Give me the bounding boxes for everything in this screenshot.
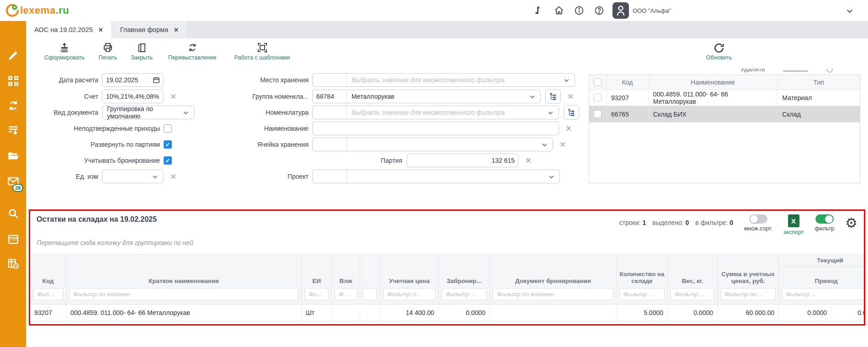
col-vlj[interactable]: Влж	[332, 255, 360, 304]
filter-toggle[interactable]	[815, 214, 834, 224]
storage-chevron-icon[interactable]	[563, 77, 570, 84]
nomenclature-group-clear-icon[interactable]: ✕	[567, 93, 574, 101]
select-all-checkbox[interactable]	[594, 78, 602, 86]
col-code[interactable]: Код	[30, 255, 66, 304]
col-price[interactable]: Учетная цена	[380, 255, 439, 304]
project-combo[interactable]	[312, 170, 560, 183]
col-name-header[interactable]: Наименование	[649, 75, 777, 89]
stock-table-row[interactable]: 93207 000.4859. 011.000- 64- 66 Металлор…	[30, 304, 864, 321]
filter-reserve-doc[interactable]	[493, 288, 613, 300]
user-avatar[interactable]	[612, 2, 629, 19]
lexema-logo[interactable]: lexema.ru	[5, 4, 69, 17]
nomenclature-group-code[interactable]: 68784	[313, 90, 347, 103]
filter-ei[interactable]	[304, 288, 329, 300]
col-code-header[interactable]: Код	[607, 75, 649, 89]
row2-checkbox[interactable]	[594, 110, 602, 118]
filter-sum[interactable]	[720, 288, 776, 300]
storage-cell-chevron-icon[interactable]	[541, 141, 548, 148]
reissue-button[interactable]: Перевыставление	[161, 38, 223, 64]
grid-settings-gear-icon[interactable]: ⚙	[845, 216, 857, 230]
nomenclature-group-tree-button[interactable]	[545, 89, 561, 104]
col-reserve-doc[interactable]: Документ бронирования	[490, 255, 617, 304]
storage-cell-combo[interactable]	[312, 138, 553, 151]
group-current-label[interactable]: Текущий	[779, 255, 864, 267]
col-reserved[interactable]: Забронир...	[439, 255, 490, 304]
calendar-field-icon[interactable]	[153, 76, 160, 84]
col-income[interactable]: Приход	[779, 267, 864, 304]
filter-control[interactable]: фильтр	[815, 214, 834, 232]
filter-reserved[interactable]	[442, 288, 487, 300]
col-weight[interactable]: Вес, кг.	[668, 255, 718, 304]
generate-button[interactable]: Сформировать	[39, 38, 90, 64]
refresh-button[interactable]: Обновить	[702, 38, 736, 64]
selection-row-1[interactable]: 93207 000.4859. 011.000- 64- 66 Металлор…	[589, 90, 860, 106]
filter-code[interactable]	[33, 288, 63, 300]
doc-type-select[interactable]: Группировка по умолчанию	[102, 106, 194, 119]
tab-aoc-close-icon[interactable]: ✕	[98, 27, 103, 33]
tab-main-form-close-icon[interactable]: ✕	[174, 27, 179, 33]
templates-button[interactable]: Работа с шаблонами	[227, 38, 298, 64]
name-input[interactable]	[312, 122, 559, 135]
excel-export-icon[interactable]: X	[788, 214, 799, 227]
import-icon[interactable]	[7, 124, 19, 136]
process-icon[interactable]	[533, 5, 543, 16]
nomenclature-group-combo[interactable]: 68784 Металлорукав	[312, 90, 541, 103]
filter-weight[interactable]	[671, 288, 714, 300]
clipped-delete-label[interactable]: Удалить	[740, 69, 765, 73]
account-input[interactable]	[102, 90, 164, 103]
nomenclature-group-chevron-icon[interactable]	[529, 93, 536, 100]
unconfirmed-checkbox[interactable]	[164, 124, 172, 133]
help-icon[interactable]	[594, 5, 604, 16]
account-clear-icon[interactable]: ✕	[170, 93, 176, 101]
col-qty[interactable]: Количество на складе	[617, 255, 668, 304]
print-button[interactable]: Печать	[94, 38, 122, 64]
col-extra[interactable]	[360, 255, 380, 304]
tab-main-form[interactable]: Главная форма ✕	[112, 21, 187, 38]
col-short-name[interactable]: Краткое наименование	[66, 255, 302, 304]
storage-cell-code-subfield[interactable]	[313, 138, 347, 151]
unit-select[interactable]	[102, 170, 164, 183]
filter-vlj[interactable]	[335, 288, 357, 300]
info-icon[interactable]	[574, 5, 584, 16]
nomenclature-code-subfield[interactable]	[313, 106, 347, 119]
home-icon[interactable]	[554, 5, 564, 16]
nomenclature-tree-button[interactable]	[564, 105, 579, 120]
col-sum[interactable]: Сумма в учетных ценах, руб.	[718, 255, 779, 304]
batch-input[interactable]	[407, 154, 519, 167]
name-clear-icon[interactable]: ✕	[565, 125, 572, 133]
multisort-toggle[interactable]	[749, 214, 767, 224]
filter-income[interactable]	[782, 288, 864, 300]
row1-checkbox[interactable]	[594, 94, 602, 101]
header-chevron-down-icon[interactable]	[846, 7, 854, 15]
batch-clear-icon[interactable]: ✕	[525, 157, 532, 165]
export-control[interactable]: X экспорт	[783, 214, 804, 235]
folder-icon[interactable]	[7, 150, 19, 162]
col-ei[interactable]: ЕИ	[302, 255, 332, 304]
storage-code-subfield[interactable]	[313, 74, 347, 86]
filter-price[interactable]	[383, 288, 436, 300]
project-code-subfield[interactable]	[313, 170, 347, 183]
close-door-icon	[136, 42, 147, 53]
project-chevron-icon[interactable]	[548, 173, 555, 180]
search-icon[interactable]	[7, 208, 19, 219]
storage-cell-clear-icon[interactable]: ✕	[559, 141, 566, 149]
expand-batches-checkbox[interactable]: ✓	[164, 140, 172, 149]
nomenclature-combo[interactable]: Выбрать значение для множественного филь…	[312, 106, 559, 119]
calendar-icon[interactable]	[7, 233, 19, 245]
reservation-checkbox[interactable]: ✓	[164, 156, 172, 165]
nomenclature-chevron-icon[interactable]	[547, 109, 554, 116]
qr-icon[interactable]	[7, 75, 19, 87]
sync-icon[interactable]	[7, 100, 19, 112]
col-type-header[interactable]: Тип	[777, 75, 860, 89]
storage-combo[interactable]: Выбрать значение для множественного филь…	[312, 73, 575, 87]
pencil-icon[interactable]	[7, 49, 19, 61]
unit-clear-icon[interactable]: ✕	[170, 173, 176, 181]
multisort-control[interactable]: множ.сорт.	[744, 214, 772, 232]
tab-aoc[interactable]: АОС на 19.02.2025 ✕	[26, 21, 112, 38]
filter-short-name[interactable]	[69, 288, 298, 300]
selection-row-2[interactable]: 66765 Склад БИХ Склад	[589, 106, 860, 123]
filter-extra[interactable]	[363, 288, 377, 300]
report-clock-icon[interactable]	[7, 258, 19, 270]
filter-qty[interactable]	[619, 288, 665, 300]
close-button[interactable]: Закрыть	[126, 38, 158, 64]
